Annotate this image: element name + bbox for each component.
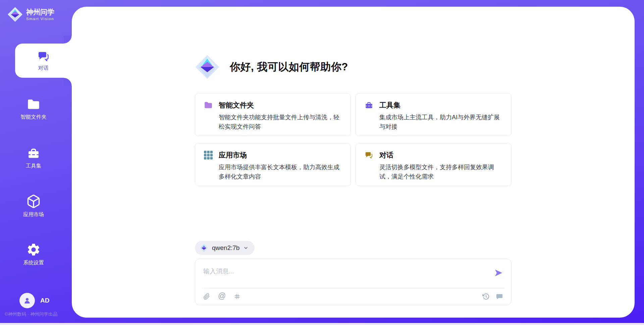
- paperclip-icon[interactable]: [203, 293, 210, 300]
- sidebar-item-toolset[interactable]: 工具集: [7, 147, 60, 170]
- diamond-logo-icon: [7, 7, 23, 22]
- sidebar-item-label: 智能文件夹: [20, 114, 47, 121]
- card-title: 应用市场: [219, 150, 247, 160]
- card-description: 集成市场上主流工具，助力AI与外界无缝扩展与对接: [379, 113, 502, 132]
- diamond-logo-icon: [200, 244, 208, 252]
- model-selector[interactable]: qwen2:7b: [195, 241, 255, 255]
- comment-icon[interactable]: [496, 293, 503, 300]
- card-title: 工具集: [379, 101, 400, 110]
- history-icon[interactable]: [482, 293, 490, 300]
- send-icon[interactable]: [494, 268, 503, 277]
- greeting: 你好, 我可以如何帮助你?: [195, 55, 512, 79]
- main-panel: 你好, 我可以如何帮助你? 智能文件夹 智能文件夹功能支持批量文件上传与清洗，轻…: [72, 7, 635, 318]
- card-description: 应用市场提供丰富长文本模板，助力高效生成多样化文章内容: [219, 163, 342, 182]
- feature-card-toolset[interactable]: 工具集 集成市场上主流工具，助力AI与外界无缝扩展与对接: [356, 93, 512, 136]
- sidebar-item-label: 应用市场: [23, 211, 44, 218]
- user-avatar-icon: [23, 296, 32, 305]
- copyright-footer: ©神州数码 · 神州问学出品: [5, 311, 57, 317]
- toolbox-icon: [365, 101, 373, 110]
- sidebar-item-label: 对话: [38, 65, 49, 72]
- sidebar-item-app-market[interactable]: 应用市场: [7, 194, 60, 218]
- feature-card-smart-folder[interactable]: 智能文件夹 智能文件夹功能支持批量文件上传与清洗，轻松实现文件问答: [195, 93, 351, 136]
- cube-icon: [26, 194, 41, 209]
- sidebar-item-label: 系统设置: [23, 259, 44, 266]
- toolbox-icon: [27, 147, 40, 160]
- feature-card-app-market[interactable]: 应用市场 应用市场提供丰富长文本模板，助力高效生成多样化文章内容: [195, 143, 351, 186]
- brand-subtitle: Smart Vision: [26, 17, 54, 21]
- brand-name: 神州问学: [26, 8, 54, 16]
- feature-cards: 智能文件夹 智能文件夹功能支持批量文件上传与清洗，轻松实现文件问答 工具集 集成…: [195, 93, 512, 186]
- sidebar-item-settings[interactable]: 系统设置: [7, 242, 60, 266]
- grid-icon: [204, 151, 213, 159]
- feature-card-chat[interactable]: 对话 灵活切换多模型文件，支持多样回复效果调试，满足个性化需求: [356, 143, 512, 186]
- user-initials: AD: [40, 297, 49, 304]
- sidebar-item-label: 工具集: [26, 162, 42, 170]
- chat-bubbles-icon: [37, 50, 50, 63]
- gear-icon: [26, 242, 41, 257]
- card-description: 智能文件夹功能支持批量文件上传与清洗，轻松实现文件问答: [219, 113, 342, 132]
- bottom-strip: [0, 323, 644, 325]
- chat-bubbles-icon: [365, 151, 373, 159]
- message-composer: @: [195, 259, 512, 305]
- sidebar: 神州问学 Smart Vision 对话 智能文件夹 工具集 应用市场 系统设置…: [0, 0, 72, 325]
- chevron-down-icon: [243, 245, 249, 251]
- message-input[interactable]: [203, 266, 482, 277]
- folder-icon: [204, 101, 213, 110]
- composer-toolbar: @: [203, 288, 503, 305]
- active-tab-fillet-top: [64, 36, 72, 44]
- card-title: 智能文件夹: [219, 101, 254, 110]
- avatar: [19, 293, 35, 308]
- active-tab-fillet-bottom: [64, 78, 72, 86]
- sidebar-item-chat[interactable]: 对话: [15, 44, 72, 78]
- card-title: 对话: [379, 150, 393, 160]
- folder-icon: [27, 98, 40, 111]
- model-name: qwen2:7b: [212, 244, 239, 252]
- brand: 神州问学 Smart Vision: [7, 7, 54, 22]
- greeting-text: 你好, 我可以如何帮助你?: [230, 60, 348, 74]
- sidebar-item-smart-folder[interactable]: 智能文件夹: [7, 98, 60, 121]
- diamond-logo-icon: [195, 55, 220, 79]
- user-profile[interactable]: AD: [19, 293, 49, 308]
- card-description: 灵活切换多模型文件，支持多样回复效果调试，满足个性化需求: [379, 163, 502, 182]
- at-icon[interactable]: @: [218, 292, 226, 300]
- hash-icon[interactable]: [234, 293, 240, 300]
